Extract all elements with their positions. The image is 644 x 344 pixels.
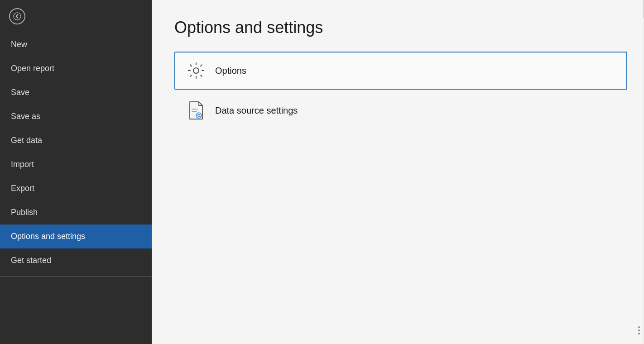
data-source-settings-card[interactable]: Data source settings [174, 91, 627, 129]
options-card[interactable]: Options [174, 52, 627, 90]
back-button[interactable] [0, 0, 152, 33]
sidebar-item-save-as[interactable]: Save as [0, 105, 152, 129]
data-source-settings-label: Data source settings [215, 105, 298, 116]
page-title: Options and settings [174, 18, 627, 37]
options-list: Options Data source settings [174, 52, 627, 129]
sidebar-item-export[interactable]: Export [0, 177, 152, 201]
back-icon [9, 8, 25, 24]
svg-point-0 [14, 13, 21, 20]
sidebar-item-publish[interactable]: Publish [0, 201, 152, 225]
sidebar: New Open report Save Save as Get data Im… [0, 0, 152, 344]
gear-icon [186, 61, 206, 81]
sidebar-item-import[interactable]: Import [0, 153, 152, 177]
data-source-icon [186, 100, 206, 120]
sidebar-item-save[interactable]: Save [0, 81, 152, 105]
sidebar-item-open-report[interactable]: Open report [0, 57, 152, 81]
sidebar-item-get-data[interactable]: Get data [0, 129, 152, 153]
sidebar-item-get-started[interactable]: Get started [0, 248, 152, 272]
main-content: Options and settings Options [152, 0, 644, 344]
more-options-icon[interactable] [634, 317, 644, 344]
sidebar-nav: New Open report Save Save as Get data Im… [0, 33, 152, 344]
sidebar-divider [0, 276, 152, 277]
options-label: Options [215, 66, 246, 76]
sidebar-item-new[interactable]: New [0, 33, 152, 57]
sidebar-item-options-and-settings[interactable]: Options and settings [0, 225, 152, 248]
